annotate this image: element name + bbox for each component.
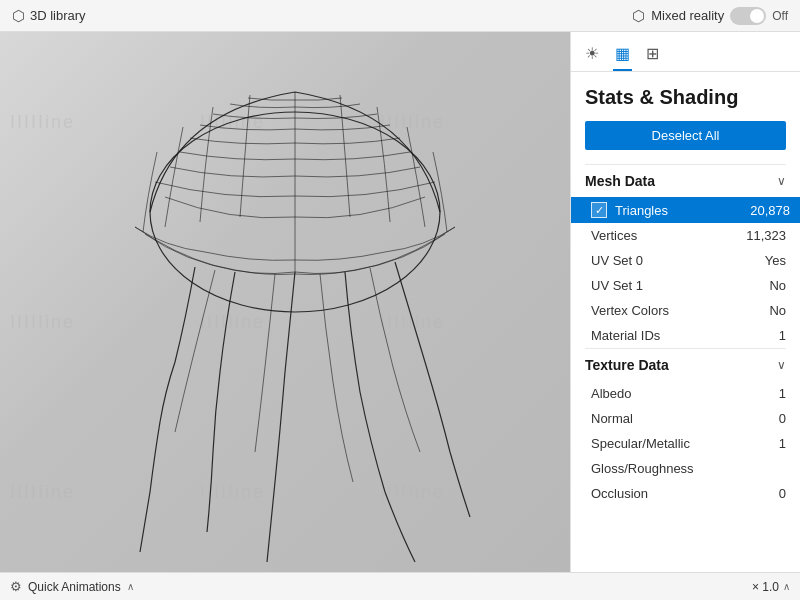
specular-label: Specular/Metallic (591, 436, 779, 451)
row-albedo: Albedo 1 (585, 381, 786, 406)
albedo-label: Albedo (591, 386, 779, 401)
jellyfish-model: .wire { fill: none; stroke: #1a1a1a; str… (20, 52, 570, 572)
main-area: IIIIIine IIIIIine IIIIIine IIIIIine IIII… (0, 32, 800, 572)
texture-data-chevron: ∨ (777, 358, 786, 372)
panel-tabs: ☀ ▦ ⊞ (571, 32, 800, 72)
mixed-reality-toggle-group: ⬡ Mixed reality Off (632, 7, 788, 25)
material-ids-label: Material IDs (591, 328, 779, 343)
mixed-reality-icon: ⬡ (632, 7, 645, 25)
animations-icon: ⚙ (10, 579, 22, 594)
texture-data-title: Texture Data (585, 357, 669, 373)
tab-shading[interactable]: ☀ (583, 40, 601, 71)
uvset1-value: No (769, 278, 786, 293)
material-ids-value: 1 (779, 328, 786, 343)
vertices-value: 11,323 (746, 228, 786, 243)
row-occlusion: Occlusion 0 (585, 481, 786, 506)
row-triangles[interactable]: ✓ Triangles 20,878 (571, 197, 800, 223)
row-normal: Normal 0 (585, 406, 786, 431)
animations-chevron-up: ∧ (127, 581, 134, 592)
gloss-label: Gloss/Roughness (591, 461, 786, 476)
uvset1-label: UV Set 1 (591, 278, 769, 293)
deselect-all-button[interactable]: Deselect All (585, 121, 786, 150)
triangles-label: Triangles (615, 203, 750, 218)
triangles-checkbox: ✓ (591, 202, 607, 218)
mesh-data-title: Mesh Data (585, 173, 655, 189)
3d-library-button[interactable]: ⬡ 3D library (12, 7, 86, 25)
uvset0-value: Yes (765, 253, 786, 268)
multiplier-control: × 1.0 ∧ (752, 580, 790, 594)
normal-value: 0 (779, 411, 786, 426)
jellyfish-svg: .wire { fill: none; stroke: #1a1a1a; str… (75, 52, 515, 572)
occlusion-label: Occlusion (591, 486, 779, 501)
row-vertex-colors: Vertex Colors No (585, 298, 786, 323)
mixed-reality-toggle[interactable] (730, 7, 766, 25)
triangles-value: 20,878 (750, 203, 790, 218)
occlusion-value: 0 (779, 486, 786, 501)
row-specular: Specular/Metallic 1 (585, 431, 786, 456)
topbar: ⬡ 3D library ⬡ Mixed reality Off (0, 0, 800, 32)
vertex-colors-label: Vertex Colors (591, 303, 769, 318)
viewport[interactable]: IIIIIine IIIIIine IIIIIine IIIIIine IIII… (0, 32, 570, 572)
normal-label: Normal (591, 411, 779, 426)
mesh-data-chevron: ∨ (777, 174, 786, 188)
toggle-off-label: Off (772, 9, 788, 23)
specular-value: 1 (779, 436, 786, 451)
albedo-value: 1 (779, 386, 786, 401)
texture-data-section-header[interactable]: Texture Data ∨ (585, 348, 786, 381)
vertices-label: Vertices (591, 228, 746, 243)
multiplier-value: × 1.0 (752, 580, 779, 594)
cube-icon: ⬡ (12, 7, 25, 25)
mesh-data-section-header[interactable]: Mesh Data ∨ (585, 164, 786, 197)
uvset0-label: UV Set 0 (591, 253, 765, 268)
row-vertices: Vertices 11,323 (585, 223, 786, 248)
row-uvset0: UV Set 0 Yes (585, 248, 786, 273)
bottombar: ⚙ Quick Animations ∧ × 1.0 ∧ (0, 572, 800, 600)
library-label: 3D library (30, 8, 86, 23)
panel-title: Stats & Shading (585, 86, 786, 109)
row-gloss: Gloss/Roughness (585, 456, 786, 481)
stats-panel: ☀ ▦ ⊞ Stats & Shading Deselect All Mesh … (570, 32, 800, 572)
tab-stats[interactable]: ▦ (613, 40, 632, 71)
row-uvset1: UV Set 1 No (585, 273, 786, 298)
row-material-ids: Material IDs 1 (585, 323, 786, 348)
animations-label[interactable]: Quick Animations (28, 580, 121, 594)
vertex-colors-value: No (769, 303, 786, 318)
multiplier-chevron[interactable]: ∧ (783, 581, 790, 592)
tab-grid[interactable]: ⊞ (644, 40, 661, 71)
mixed-reality-label: Mixed reality (651, 8, 724, 23)
panel-content: Stats & Shading Deselect All Mesh Data ∨… (571, 72, 800, 572)
toggle-knob (750, 9, 764, 23)
